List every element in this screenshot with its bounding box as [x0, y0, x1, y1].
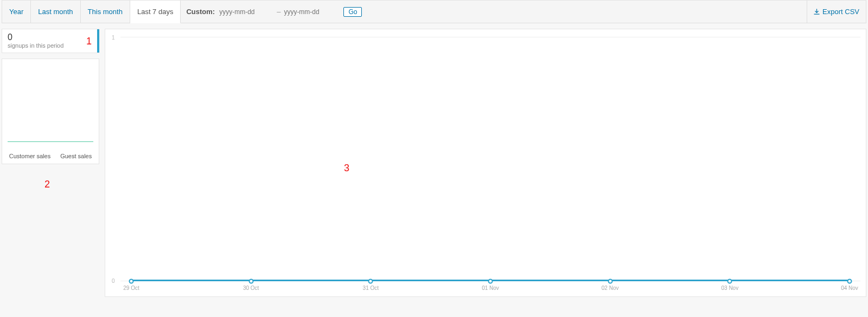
annotation-2: 2	[44, 179, 50, 190]
download-icon	[814, 9, 820, 15]
export-csv-button[interactable]: Export CSV	[807, 1, 866, 23]
chart-point[interactable]	[847, 279, 852, 284]
tab-year[interactable]: Year	[2, 1, 31, 23]
chart-point[interactable]	[488, 279, 493, 284]
date-range-toolbar: Year Last month This month Last 7 days C…	[2, 0, 866, 23]
range-separator: –	[273, 8, 284, 16]
chart-xtick: 30 Oct	[243, 285, 259, 291]
chart-xtick: 02 Nov	[602, 285, 619, 291]
date-from-input[interactable]	[219, 6, 273, 18]
chart-xtick: 03 Nov	[721, 285, 738, 291]
date-to-input[interactable]	[284, 6, 338, 18]
signups-line-chart: 1 0 29 Oct30 Oct31 Oct01 Nov02 Nov03 Nov…	[105, 29, 866, 297]
chart-point[interactable]	[248, 279, 253, 284]
legend-customer-sales[interactable]: Customer sales	[9, 153, 50, 159]
chart-point[interactable]	[129, 279, 134, 284]
custom-range-label: Custom:	[186, 8, 215, 16]
export-csv-label: Export CSV	[822, 8, 859, 16]
chart-xtick: 01 Nov	[482, 285, 499, 291]
custom-range-group: Custom: – Go	[181, 1, 367, 23]
chart-point[interactable]	[368, 279, 373, 284]
tab-last-month[interactable]: Last month	[31, 1, 80, 23]
sales-breakdown-mini-chart	[7, 63, 94, 150]
tab-this-month[interactable]: This month	[81, 1, 130, 23]
annotation-3: 3	[344, 163, 349, 174]
chart-ytick-min: 0	[112, 278, 115, 284]
stat-card-active-indicator	[97, 29, 99, 53]
signups-caption: signups in this period	[8, 42, 94, 49]
legend-guest-sales[interactable]: Guest sales	[60, 153, 92, 159]
range-tabs: Year Last month This month Last 7 days	[2, 1, 181, 23]
chart-xtick: 29 Oct	[123, 285, 139, 291]
chart-point[interactable]	[608, 279, 612, 284]
signups-count: 0	[8, 33, 94, 42]
chart-xtick: 31 Oct	[363, 285, 379, 291]
chart-point[interactable]	[727, 279, 732, 284]
chart-ytick-max: 1	[112, 35, 115, 41]
go-button[interactable]: Go	[343, 7, 362, 17]
chart-xtick: 04 Nov	[841, 285, 858, 291]
sales-breakdown-card: Customer sales Guest sales	[2, 59, 99, 164]
signups-stat-card[interactable]: 0 signups in this period 1	[2, 29, 99, 53]
tab-last-7-days[interactable]: Last 7 days	[130, 1, 181, 23]
